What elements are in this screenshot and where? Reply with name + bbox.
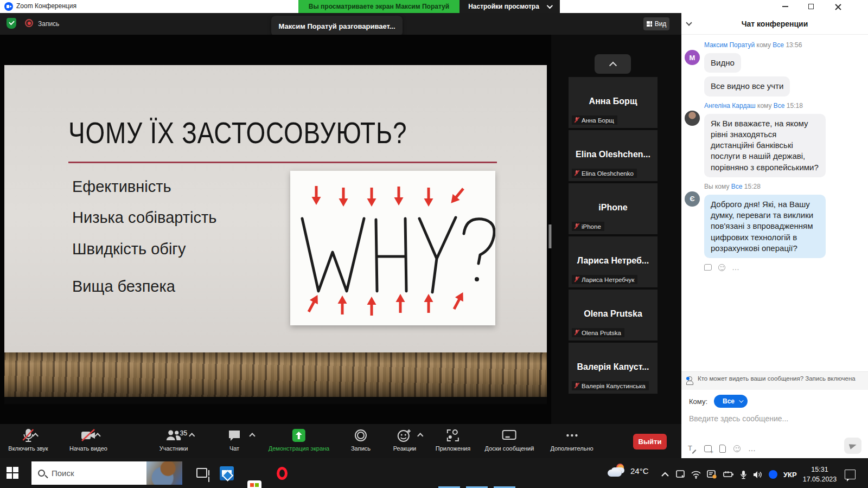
clock[interactable]: 15:31 17.05.2023	[803, 465, 837, 484]
muted-mic-icon	[574, 223, 579, 230]
zoom-tray-icon[interactable]	[769, 470, 777, 479]
security-shield-icon[interactable]	[7, 18, 16, 29]
maximize-button[interactable]	[802, 0, 820, 13]
task-view-button[interactable]	[196, 468, 207, 478]
participant-tile[interactable]: Валерія Капуст... Валерія Капустинська	[569, 343, 658, 394]
start-video-button[interactable]: Начать видео	[69, 428, 107, 452]
hidden-icons-chevron[interactable]	[661, 471, 669, 478]
more-actions-icon[interactable]: …	[732, 263, 739, 272]
attach-file-icon[interactable]	[719, 445, 726, 453]
meeting-toolbar: Включить звук Начать видео Участники 35 …	[0, 424, 681, 458]
muted-mic-icon	[574, 117, 579, 124]
window-title: Zoom Конференция	[16, 2, 76, 10]
system-tray: УКР 15:31 17.05.2023	[661, 465, 856, 484]
view-button[interactable]: Вид	[643, 17, 669, 30]
view-label: Вид	[655, 20, 667, 28]
microsoft-store-icon[interactable]	[247, 480, 261, 488]
chat-messages[interactable]: M Максим Поратуй кому Все 13:56 Видно Вс…	[681, 37, 868, 371]
muted-mic-icon	[574, 276, 579, 283]
zoom-app-window: Zoom Конференция Вы просматриваете экран…	[0, 0, 868, 488]
unmute-button[interactable]: Включить звук	[8, 428, 48, 452]
participant-count: 35	[180, 429, 187, 437]
notification-tray-icon[interactable]	[707, 470, 717, 479]
presentation-slide: ЧОМУ ЇХ ЗАСТОСОВУЮТЬ? Ефективність Низьк…	[4, 65, 547, 404]
panel-resize-handle[interactable]	[548, 224, 552, 248]
emoji-icon[interactable]	[733, 445, 741, 452]
slide-bullet: Низька собівартість	[72, 209, 216, 227]
format-icon[interactable]	[688, 444, 697, 453]
participants-button[interactable]: Участники 35	[159, 428, 188, 452]
wifi-icon[interactable]	[691, 471, 701, 479]
participant-tile[interactable]: Лариса Нетреб... Лариса Нетребчук	[569, 236, 658, 287]
participant-tile[interactable]: Анна Борщ Анна Борщ	[569, 77, 658, 128]
chevron-up-icon[interactable]	[417, 433, 423, 439]
leave-button[interactable]: Выйти	[633, 434, 667, 450]
close-button[interactable]	[829, 0, 847, 13]
participant-tile[interactable]: Olena Prutska Olena Prutska	[569, 290, 658, 341]
muted-mic-icon	[574, 329, 579, 336]
start-button[interactable]	[7, 467, 18, 479]
avatar: M	[685, 50, 700, 65]
weather-widget[interactable]: 24°C	[608, 465, 649, 477]
speaker-toast: Максим Поратуй разговаривает...	[271, 16, 403, 36]
screenshot-icon[interactable]	[704, 445, 712, 452]
why-image: WHY?	[290, 171, 495, 325]
taskbar-search[interactable]: Поиск	[31, 461, 182, 485]
visibility-dot-icon	[686, 377, 690, 380]
view-settings-button[interactable]: Настройки просмотра	[459, 0, 560, 13]
speaker-icon[interactable]	[753, 471, 763, 479]
zoom-logo-icon	[4, 2, 13, 11]
action-center-icon[interactable]	[845, 470, 856, 479]
why-drawing	[290, 171, 495, 325]
avatar	[685, 111, 700, 126]
participant-name: iPhone	[569, 203, 658, 213]
message-input[interactable]: Введите здесь сообщение...	[681, 410, 868, 427]
slide-bullet-list: Ефективність Низька собівартість Швидкіс…	[72, 178, 216, 296]
more-button[interactable]: Дополнительно	[550, 428, 593, 452]
participant-label: Лариса Нетребчук	[572, 275, 637, 284]
chat-bubble[interactable]: Видно	[704, 53, 741, 73]
chat-button[interactable]: Чат	[227, 428, 241, 452]
chevron-down-icon	[547, 3, 553, 9]
participant-label: Валерія Капустинська	[572, 381, 649, 390]
chat-bubble[interactable]: Все видно все учти	[704, 76, 790, 96]
recording-notice: Кто может видеть ваши сообщения? Запись …	[681, 371, 868, 390]
slide-wood-floor	[4, 352, 547, 397]
mail-app-icon[interactable]	[220, 466, 234, 480]
collapse-videos-button[interactable]	[595, 54, 631, 74]
microphone-tray-icon[interactable]	[740, 470, 747, 479]
composer-more-icon[interactable]: …	[748, 444, 756, 453]
add-reaction-icon[interactable]	[718, 264, 725, 271]
chat-title: Чат конференции	[681, 20, 868, 28]
participant-tile[interactable]: iPhone iPhone	[569, 183, 658, 234]
apps-button[interactable]: Приложения	[436, 428, 470, 452]
slide-title-underline	[68, 162, 497, 163]
chat-bubble[interactable]: Доброго дня! Які, на Вашу думку, переваг…	[704, 195, 826, 258]
temperature: 24°C	[630, 466, 649, 476]
meeting-area: Запись Вид Максим Поратуй разговаривает.…	[0, 13, 681, 458]
participant-label: Elina Oleshchenko	[572, 169, 637, 178]
chevron-up-icon[interactable]	[249, 433, 255, 439]
chat-message-group: Є Вы кому Все 15:28 Доброго дня! Які, на…	[685, 183, 860, 272]
participant-name: Анна Борщ	[569, 97, 658, 106]
window-titlebar: Zoom Конференция Вы просматриваете экран…	[0, 0, 868, 13]
record-button[interactable]: Запись	[351, 428, 371, 452]
chevron-up-icon[interactable]	[189, 433, 195, 439]
participant-tile[interactable]: Elina Oleshchen... Elina Oleshchenko	[569, 130, 658, 181]
send-button[interactable]	[844, 438, 861, 454]
send-to-select[interactable]: Все	[714, 395, 748, 408]
reply-icon[interactable]	[704, 264, 712, 271]
minimize-button[interactable]	[776, 0, 794, 13]
recording-icon[interactable]	[25, 19, 33, 27]
participant-label: Анна Борщ	[572, 115, 617, 125]
share-screen-button[interactable]: Демонстрация экрана	[269, 428, 329, 452]
opera-icon[interactable]	[275, 466, 289, 480]
chat-panel: Чат конференции M Максим Поратуй кому Вс…	[681, 13, 868, 458]
shared-screen-stage: ЧОМУ ЇХ ЗАСТОСОВУЮТЬ? Ефективність Низьк…	[0, 35, 551, 424]
chat-bubble[interactable]: Як Ви вважаєте, на якому рівні знаходять…	[704, 114, 826, 177]
display-tray-icon[interactable]	[675, 470, 685, 479]
language-indicator[interactable]: УКР	[783, 471, 797, 479]
battery-icon[interactable]	[723, 471, 734, 478]
whiteboards-button[interactable]: Доски сообщений	[485, 428, 534, 452]
reactions-button[interactable]: Реакции	[393, 428, 417, 452]
